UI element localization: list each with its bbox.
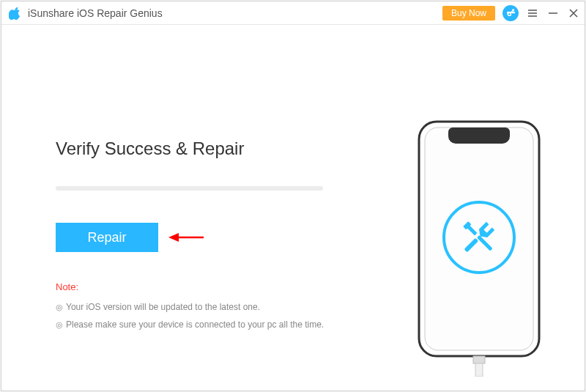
note-label: Note: xyxy=(56,281,78,292)
app-title: iSunshare iOS Repair Genius xyxy=(28,7,442,19)
bullet-icon: ◎ xyxy=(56,303,63,311)
svg-rect-10 xyxy=(473,356,485,363)
phone-illustration xyxy=(413,120,545,377)
page-heading: Verify Success & Repair xyxy=(56,138,244,159)
window-controls xyxy=(527,8,579,18)
buy-now-button[interactable]: Buy Now xyxy=(442,6,495,21)
svg-marker-2 xyxy=(168,233,179,242)
key-icon xyxy=(506,8,516,18)
app-logo-icon xyxy=(9,7,22,20)
close-icon xyxy=(568,8,579,18)
note-line-1: ◎Your iOS version will be updated to the… xyxy=(56,302,260,312)
repair-button[interactable]: Repair xyxy=(56,223,158,252)
minimize-icon xyxy=(548,8,558,18)
bullet-icon: ◎ xyxy=(56,320,63,329)
progress-bar xyxy=(56,186,323,191)
note-line-2: ◎Please make sure your device is connect… xyxy=(56,319,324,330)
content-area: Verify Success & Repair Repair Note: ◎Yo… xyxy=(1,25,585,391)
minimize-button[interactable] xyxy=(548,8,558,18)
svg-rect-11 xyxy=(475,363,483,377)
key-button[interactable] xyxy=(502,5,519,21)
titlebar: iSunshare iOS Repair Genius Buy Now xyxy=(1,1,585,25)
pointer-arrow-icon xyxy=(168,230,204,245)
menu-button[interactable] xyxy=(527,8,538,18)
app-window: iSunshare iOS Repair Genius Buy Now xyxy=(1,1,585,391)
close-button[interactable] xyxy=(568,8,579,18)
hamburger-icon xyxy=(527,8,538,18)
